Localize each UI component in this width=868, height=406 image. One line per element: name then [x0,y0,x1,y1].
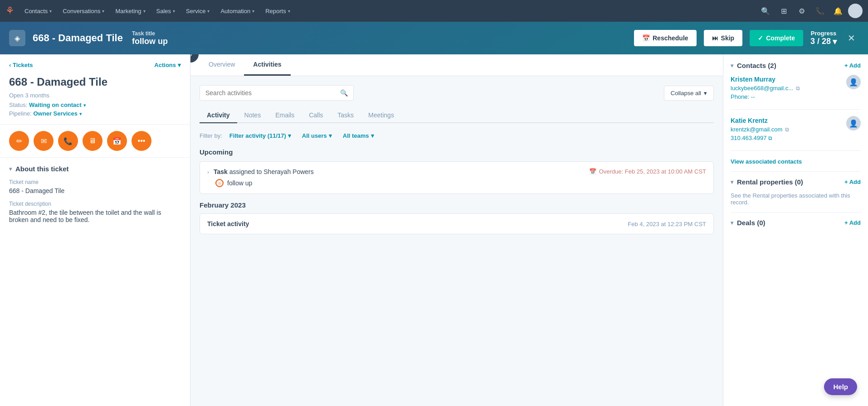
settings-icon[interactable]: ⚙ [794,3,810,19]
about-chevron-icon: ▾ [9,166,12,172]
sub-tab-emails[interactable]: Emails [268,108,302,123]
deals-section-header: ▾ Deals (0) + Add [731,219,861,227]
ticket-name-label: Ticket name [9,179,181,185]
call-icon-button[interactable]: 📞 [58,131,78,151]
record-title-taskbar: 668 - Damaged Tile [33,32,123,44]
video-icon-button[interactable]: 🖥 [83,131,102,151]
task-status-circle[interactable]: ○ [215,179,224,187]
progress-label: Progress [810,30,837,37]
calendar-icon-button[interactable]: 📅 [107,131,127,151]
actions-dropdown[interactable]: Actions ▾ [154,62,181,68]
nav-contacts[interactable]: Contacts ▾ [20,5,56,17]
tab-overview[interactable]: Overview [200,54,244,76]
user-avatar[interactable] [848,4,863,18]
copy-email-2-icon[interactable]: ⧉ [785,126,789,133]
nav-reports[interactable]: Reports ▾ [261,5,295,17]
filter-teams-button[interactable]: All teams ▾ [339,130,378,141]
ticket-name-field: Ticket name 668 - Damaged Tile [9,179,181,194]
email-icon-button[interactable]: ✉ [34,131,54,151]
nav-sales[interactable]: Sales ▾ [152,5,180,17]
contact-row-2: Katie Krentz krentzk@gmail.com ⧉ 310.463… [731,117,861,143]
hubspot-logo[interactable]: ⚘ [5,5,15,17]
sub-tab-activity[interactable]: Activity [200,108,237,123]
record-age: Open 3 months [9,92,181,99]
contact-1-name[interactable]: Kristen Murray [731,76,800,83]
activity-overdue: 📅 Overdue: Feb 25, 2023 at 10:00 AM CST [589,168,706,175]
contacts-section-header: ▾ Contacts (2) + Add [731,62,861,69]
month-label: February 2023 [200,201,714,209]
nav-marketing[interactable]: Marketing ▾ [111,5,150,17]
sub-tab-calls[interactable]: Calls [302,108,330,123]
divider-2 [731,212,861,213]
right-panel: ▾ Contacts (2) + Add Kristen Murray luck… [723,54,868,406]
contacts-section-title[interactable]: ▾ Contacts (2) [731,62,776,69]
tab-activities[interactable]: Activities [244,54,290,76]
rental-desc: See the Rental properties associated wit… [731,192,861,206]
breadcrumb-tickets-link[interactable]: ‹ Tickets [9,62,33,68]
main-layout: ‹ Tickets Actions ▾ 668 - Damaged Tile O… [0,54,868,406]
copy-email-1-icon[interactable]: ⧉ [796,85,800,92]
activity-card-upcoming: › Task assigned to Sherayah Powers 📅 Ove… [200,161,714,194]
rental-add-link[interactable]: + Add [844,179,861,185]
nav-automation[interactable]: Automation ▾ [216,5,259,17]
deals-section-title[interactable]: ▾ Deals (0) [731,219,766,227]
sub-tab-notes[interactable]: Notes [237,108,268,123]
ticket-activity-label: Ticket activity [207,220,628,227]
ticket-activity-date: Feb 4, 2023 at 12:23 PM CST [628,221,706,227]
activity-info: Task assigned to Sherayah Powers [214,168,585,175]
contacts-add-link[interactable]: + Add [844,62,861,69]
calendar-small-icon: 📅 [589,168,596,175]
contact-2-phone: 310.463.4997 ⧉ [731,135,789,141]
sub-tabs: Activity Notes Emails Calls Tasks Meetin… [200,108,714,123]
center-panel: » Overview Activities 🔍 Collapse all ▾ [190,54,723,406]
skip-button[interactable]: ⏭ Skip [704,30,743,46]
search-icon: 🔍 [340,89,348,97]
notifications-icon[interactable]: 🔔 [830,3,846,19]
ticket-desc-field: Ticket description Bathroom #2, the tile… [9,201,181,223]
filter-by-label: Filter by: [200,132,222,139]
about-header[interactable]: ▾ About this ticket [9,165,181,173]
filter-users-chevron-icon: ▾ [329,132,332,139]
close-taskbar-button[interactable]: ✕ [844,31,859,45]
complete-button[interactable]: ✓ Complete [750,30,803,46]
progress-block[interactable]: Progress 3 / 28 ▾ [810,30,837,47]
contact-2-name[interactable]: Katie Krentz [731,117,789,124]
marketplace-icon[interactable]: ⊞ [775,3,792,19]
more-actions-button[interactable]: ••• [132,131,151,151]
actions-chevron-icon: ▾ [178,62,181,68]
phone-icon[interactable]: 📞 [812,3,828,19]
rental-section-title[interactable]: ▾ Rental properties (0) [731,178,803,186]
deals-chevron-icon: ▾ [731,220,733,226]
action-icons-row: ✏ ✉ 📞 🖥 📅 ••• [0,125,190,158]
help-button[interactable]: Help [824,378,857,395]
filter-activity-button[interactable]: Filter activity (11/17) ▾ [226,130,295,141]
sub-tab-meetings[interactable]: Meetings [361,108,401,123]
edit-icon-button[interactable]: ✏ [9,131,29,151]
sub-tab-tasks[interactable]: Tasks [330,108,361,123]
collapse-all-button[interactable]: Collapse all ▾ [664,86,714,101]
activities-content: 🔍 Collapse all ▾ Activity Notes Emails C… [190,76,723,243]
reschedule-button[interactable]: 📅 Reschedule [634,30,697,46]
contacts-chevron-icon: ▾ [731,63,733,69]
activity-expand-icon[interactable]: › [207,169,209,175]
nav-service[interactable]: Service ▾ [181,5,214,17]
contact-1-email[interactable]: luckybee668@gmail.c... ⧉ [731,85,800,92]
pipeline-value[interactable]: Owner Services [34,110,78,117]
task-followup-name: follow up [227,179,252,187]
search-box[interactable]: 🔍 [200,85,354,101]
deals-add-link[interactable]: + Add [844,219,861,226]
contact-2-email[interactable]: krentzk@gmail.com ⧉ [731,126,789,133]
top-navigation: ⚘ Contacts ▾ Conversations ▾ Marketing ▾… [0,0,868,22]
view-associated-contacts-link[interactable]: View associated contacts [731,158,861,165]
marketing-chevron-icon: ▾ [143,9,146,14]
upcoming-label: Upcoming [200,148,714,156]
rental-section-header: ▾ Rental properties (0) + Add [731,178,861,186]
copy-phone-2-icon[interactable]: ⧉ [768,135,772,141]
contact-2-phone-number[interactable]: 310.463.4997 [731,135,767,141]
record-status: Status: Waiting on contact ▾ [9,102,181,108]
nav-conversations[interactable]: Conversations ▾ [58,5,109,17]
status-value[interactable]: Waiting on contact [29,102,82,108]
search-button[interactable]: 🔍 [757,3,774,19]
search-input[interactable] [205,89,336,97]
filter-users-button[interactable]: All users ▾ [298,130,336,141]
